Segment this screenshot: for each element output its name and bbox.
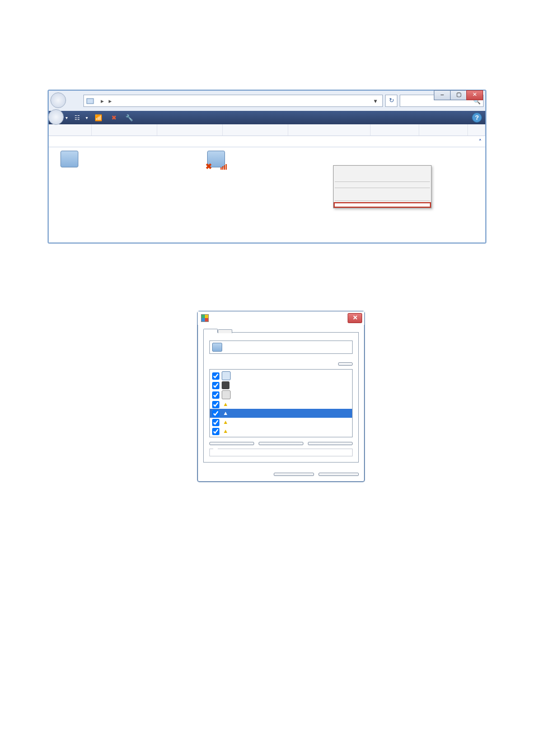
item-ipv6[interactable]: ▲ — [210, 400, 352, 409]
item-client-ms-networks[interactable] — [210, 371, 352, 381]
item-checkbox[interactable] — [212, 372, 219, 380]
nav-back-forward[interactable] — [50, 92, 81, 109]
ctx-separator — [335, 200, 430, 201]
col-device[interactable] — [157, 124, 223, 136]
diagnose-icon: 🔧 — [125, 114, 133, 122]
connect-icon: 📶 — [95, 114, 102, 122]
col-type[interactable] — [419, 124, 468, 136]
install-button[interactable] — [209, 442, 254, 445]
connections-list: ˄ ✖ — [49, 136, 485, 242]
tab-networking[interactable] — [203, 329, 218, 333]
maximize-button[interactable]: ▢ — [450, 90, 467, 100]
tab-sharing[interactable] — [218, 329, 232, 333]
dialog-titlebar: ✕ — [198, 311, 364, 325]
connection-items-list[interactable]: ▲ ▲ ▲ ▲ — [209, 369, 353, 437]
protocol-icon: ▲ — [222, 418, 229, 426]
folder-icon — [86, 97, 94, 105]
item-checkbox[interactable] — [212, 428, 219, 435]
network-connections-window: – ▢ ✕ ▸ ▸ ▾ ↻ 🔍 📄 ☷ — [48, 90, 486, 244]
adapter-icon — [212, 343, 222, 352]
back-button[interactable] — [50, 92, 66, 108]
window-controls: – ▢ ✕ — [434, 90, 483, 100]
item-checkbox[interactable] — [212, 391, 219, 399]
connection-item-wireless[interactable]: ✖ — [207, 150, 346, 169]
collapse-icon[interactable]: ˄ — [479, 138, 482, 146]
printer-icon — [222, 390, 231, 399]
item-file-printer-sharing[interactable] — [210, 390, 352, 400]
item-properties-button[interactable] — [308, 442, 353, 445]
configure-button[interactable] — [338, 362, 353, 366]
views-icon: ☷ — [74, 114, 80, 122]
signal-bars-icon — [221, 164, 227, 170]
col-status[interactable] — [92, 124, 157, 136]
disconnected-x-icon: ✖ — [205, 162, 213, 170]
forward-button[interactable] — [48, 109, 64, 125]
ok-button[interactable] — [274, 473, 314, 476]
close-button[interactable]: ✕ — [348, 313, 362, 323]
ctx-separator — [335, 181, 430, 182]
protocol-icon: ▲ — [222, 409, 229, 417]
dialog-footer — [198, 468, 364, 482]
chevron-icon[interactable]: ▸ — [101, 97, 104, 105]
client-icon — [222, 371, 231, 380]
col-phone[interactable] — [468, 124, 485, 136]
col-category[interactable] — [288, 124, 371, 136]
item-ipv4[interactable]: ▲ — [210, 409, 352, 418]
connect-to-button[interactable]: 📶 — [95, 114, 105, 122]
ctx-separator — [335, 188, 430, 188]
wireless-icon: ✖ — [207, 150, 226, 169]
breadcrumb-dropdown[interactable]: ▾ — [371, 97, 380, 105]
diagnose-connection-button[interactable]: 🔧 — [125, 114, 135, 122]
item-checkbox[interactable] — [212, 419, 219, 426]
col-owner[interactable] — [371, 124, 419, 136]
shield-icon — [201, 314, 209, 322]
scheduler-icon — [222, 381, 229, 389]
help-button[interactable]: ? — [472, 113, 482, 123]
context-menu — [333, 165, 432, 208]
address-bar-row: ▸ ▸ ▾ ↻ 🔍 — [49, 91, 485, 111]
breadcrumb[interactable]: ▸ ▸ ▾ — [83, 95, 383, 107]
disable-device-button[interactable]: ✖ — [111, 114, 119, 122]
group-header[interactable]: ˄ — [49, 136, 485, 147]
item-lltd-mapper[interactable]: ▲ — [210, 418, 352, 427]
item-checkbox[interactable] — [212, 382, 219, 389]
views-menu[interactable]: ☷ — [74, 114, 88, 122]
refresh-button[interactable]: ↻ — [385, 95, 397, 107]
minimize-button[interactable]: – — [434, 90, 451, 100]
col-name[interactable] — [49, 124, 92, 136]
chevron-icon[interactable]: ▸ — [109, 97, 112, 105]
protocol-icon: ▲ — [222, 427, 229, 435]
adapter-field[interactable] — [209, 340, 353, 354]
ctx-rename[interactable] — [335, 196, 430, 199]
column-headers — [49, 124, 485, 136]
tab-strip — [203, 328, 359, 332]
item-checkbox[interactable] — [212, 401, 219, 408]
disable-icon: ✖ — [111, 114, 116, 122]
item-lltd-responder[interactable]: ▲ — [210, 427, 352, 436]
ctx-bridge[interactable] — [335, 183, 430, 186]
connection-properties-dialog: ✕ — [197, 311, 365, 482]
networking-panel: ▲ ▲ ▲ ▲ — [203, 332, 359, 463]
uninstall-button — [259, 442, 303, 445]
ctx-diagnose[interactable] — [335, 177, 430, 180]
item-qos-scheduler[interactable] — [210, 381, 352, 390]
svg-rect-0 — [87, 99, 93, 104]
command-bar: 📄 ☷ 📶 ✖ 🔧 ? — [49, 111, 485, 124]
col-connectivity[interactable] — [223, 124, 288, 136]
item-checkbox[interactable] — [212, 410, 219, 417]
lan-icon — [60, 150, 79, 169]
description-box — [209, 449, 353, 456]
close-button[interactable]: ✕ — [466, 90, 483, 100]
protocol-icon: ▲ — [222, 400, 229, 408]
ctx-properties[interactable] — [334, 202, 431, 208]
connection-item-lan[interactable] — [60, 150, 200, 169]
cancel-button[interactable] — [318, 473, 359, 476]
